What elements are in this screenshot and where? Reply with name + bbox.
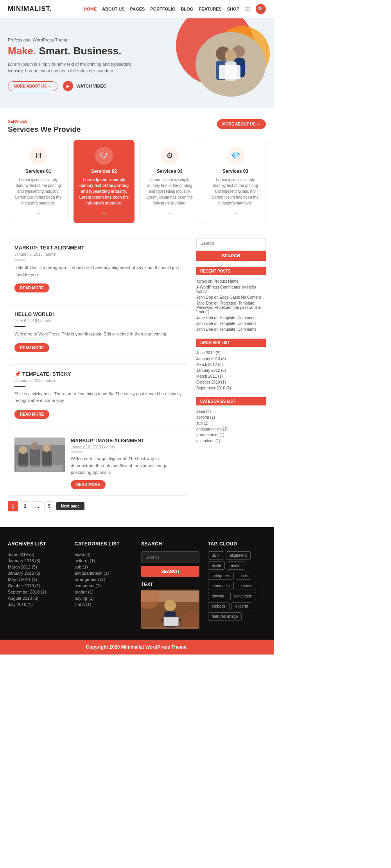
tag-featured-image[interactable]: featured image [208,612,242,621]
services-title: Services We Provide [8,125,81,134]
footer-search-widget: SEARCH SEARCH TEXT [141,541,199,629]
footer-widgets: ARCHIVES LIST June 2019 (5) January 2013… [0,527,274,640]
tag-edge-case[interactable]: edge case [230,592,256,600]
nav-home[interactable]: HOME [84,7,97,11]
services-label: SERVICES [8,119,81,124]
tag-content[interactable]: content [236,582,256,590]
service-arrow-4[interactable]: → [210,210,261,217]
nav-about[interactable]: ABOUT US [102,7,124,11]
page-btn-5[interactable]: 5 [44,501,54,511]
nav-blog[interactable]: BLOG [181,7,194,11]
tag-categories[interactable]: categories [208,572,234,580]
svg-rect-23 [164,617,179,626]
tag-chat[interactable]: chat [236,572,251,580]
read-more-btn-4[interactable]: READ MORE [71,480,106,489]
post-excerpt-4: Welcome to image alignment! The best way… [71,456,183,476]
footer-search-input[interactable] [141,551,199,563]
watch-video-btn[interactable]: ▶ WatcH VIdEO [63,81,106,91]
tag-alignment[interactable]: alignment [226,551,251,560]
footer-text-text: TEXT [141,582,153,587]
sidebar-recent-posts: RECENT POSTS admin on Product Name A Wor… [196,267,266,332]
service-card-4: 💎 Services 03 Lorem ipsum is simply dumm… [205,140,266,223]
tag-audio[interactable]: audio [227,561,244,570]
post-title-3: 📌TEMPLATE: STICKY [14,371,183,377]
post-card-3: 📌TEMPLATE: STICKY January 7, 2012 | admi… [8,364,189,425]
hero-buttons: MORE ABOUT US → ▶ WatcH VIdEO [8,81,133,91]
footer-categories-title: CATEGORIES LIST [75,541,133,547]
read-more-btn-3[interactable]: READ MORE [14,410,49,419]
footer-featured-image [141,590,199,629]
post-title-1: MARKUP: TEXT ALIGNMENT [14,245,183,251]
tag-comments[interactable]: comments [208,582,234,590]
svg-point-14 [31,442,39,450]
watch-video-label: WatcH VIdEO [76,84,106,88]
footer-archives-list: June 2019 (5) January 2013 (5) March 201… [8,551,66,608]
post-excerpt-1: Default This is a paragraph. It should n… [14,264,183,278]
recent-post-item: admin on Product Name [196,278,266,284]
pagination: 1 2 ... 5 Next page [8,501,189,511]
footer-archives-title: ARCHIVES LIST [8,541,66,547]
footer-tagcloud-widget: TAG CLOUD 8BIT alignment aside audio cat… [208,541,266,629]
post-divider-3 [14,386,25,387]
page-btn-1[interactable]: 1 [8,501,18,511]
archive-item: September 2010 (2) [196,385,266,391]
nav-portfolio[interactable]: PORTFOLIO [150,7,175,11]
read-more-btn-2[interactable]: READ MORE [14,343,49,352]
post-title-4: MARKUP: IMAGE ALIGNMENT [71,438,183,443]
footer-text-label: TEXT [141,581,199,587]
tag-8bit[interactable]: 8BIT [208,551,224,560]
tag-dowork[interactable]: dowork [208,592,228,600]
svg-rect-10 [18,453,28,467]
post-meta-1: January 9, 2013 | admin [14,252,183,256]
nav-pages[interactable]: PAGES [130,7,145,11]
read-more-btn-1[interactable]: READ MORE [14,283,49,292]
hero-title-make: Make. [8,45,36,57]
hero-section: Professional WordPress Theme Make. Smart… [0,18,274,108]
post-divider-2 [14,326,25,327]
services-more-btn[interactable]: MORE ABOUT US → [217,119,266,129]
sidebar-search-btn[interactable]: SEARCH [196,251,266,261]
archive-item: March 2012 (5) [196,362,266,368]
recent-post-item: John Doe on Edge Case: No Content [196,294,266,300]
footer-categories-widget: CATEGORIES LIST aaaa (4) aciform (1) sub… [75,541,133,629]
tag-aside[interactable]: aside [208,561,225,570]
footer-category-item: aaaa (4) [75,551,133,558]
search-toggle-icon[interactable]: 🔍 [256,4,266,14]
archive-item: June 2019 (5) [196,350,266,356]
recent-post-item: Jane Doe on Template: Comments [196,315,266,321]
logo[interactable]: MINIMALIST. [8,5,52,13]
tag-excerpt[interactable]: excerpt [231,602,252,610]
post-divider-4 [71,452,82,452]
svg-point-13 [19,446,27,454]
nav-features[interactable]: FEATURES [199,7,221,11]
footer-archive-item: October 2010 (1) [8,583,66,589]
service-card-2: 🛡 Services 02 Lorem Ipsum is simply dumm… [74,140,135,223]
post-card-4: MARKUP: IMAGE ALIGNMENT January 10, 2013… [8,431,189,496]
play-icon: ▶ [63,81,73,91]
nav-shop[interactable]: SHOP [227,7,239,11]
next-page-btn[interactable]: Next page [56,502,84,510]
service-desc-1: Lorem ipsum is simply dummy text of the … [13,177,64,206]
service-arrow-3[interactable]: → [144,210,195,217]
post-meta-3: January 7, 2012 | admin [14,378,183,383]
services-heading: SERVICES Services We Provide [8,119,81,134]
service-arrow-2[interactable]: → [79,210,129,217]
post-divider-1 [14,260,25,260]
footer-tagcloud-title: TAG CLOUD [208,541,266,547]
footer-category-item: sub (1) [75,564,133,570]
tag-embeds[interactable]: embeds [208,602,230,610]
page-btn-2[interactable]: 2 [20,501,30,511]
sidebar-search-input[interactable] [196,238,266,248]
service-arrow-1[interactable]: → [13,210,64,217]
recent-posts-list: admin on Product Name A WordPress Commen… [196,278,266,332]
svg-point-15 [43,444,50,452]
site-header: MINIMALIST. HOME ABOUT US PAGES PORTFOLI… [0,0,274,18]
footer-category-item: asmodeus (1) [75,583,133,589]
footer-search-btn[interactable]: SEARCH [141,566,199,577]
service-desc-2: Lorem Ipsum is simply dummy text of the … [79,177,129,206]
archives-title: ARCHIVES LIST [196,339,266,347]
recent-post-item: Jane Doe on Protected: Template: Passwor… [196,300,266,315]
more-about-button[interactable]: MORE ABOUT US → [8,81,57,91]
hamburger-icon[interactable]: ☰ [245,5,250,13]
page-btn-dots[interactable]: ... [32,501,42,511]
